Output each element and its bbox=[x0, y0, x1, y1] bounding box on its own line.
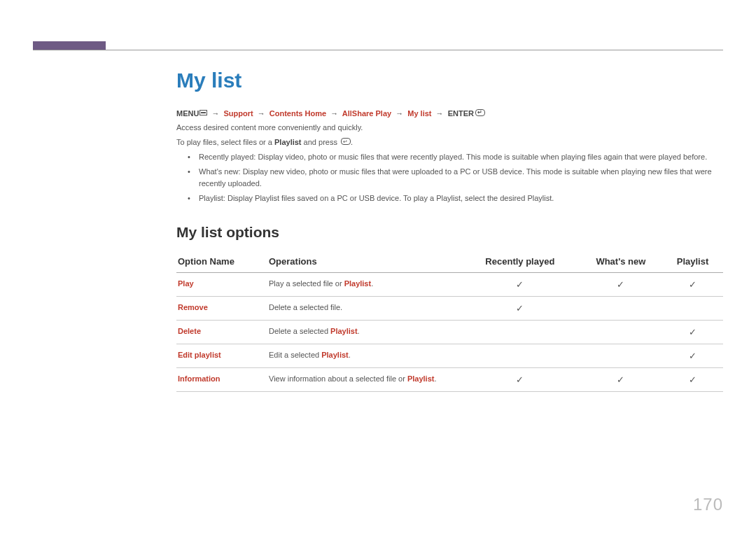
intro-line-2: To play files, select files or a Playlis… bbox=[176, 136, 723, 148]
col-playlist: Playlist bbox=[665, 251, 723, 273]
breadcrumb-menu-label: MENU bbox=[176, 109, 199, 118]
cell-recently-played bbox=[463, 321, 580, 344]
col-option-name: Option Name bbox=[176, 251, 267, 273]
list-item: Playlist: Display Playlist files saved o… bbox=[188, 192, 723, 204]
breadcrumb-item: AllShare Play bbox=[342, 109, 391, 118]
options-table: Option Name Operations Recently played W… bbox=[176, 251, 723, 392]
cell-playlist: ✓ bbox=[665, 273, 723, 297]
cell-option-name: Remove bbox=[176, 297, 267, 321]
cell-recently-played: ✓ bbox=[463, 368, 580, 392]
page-number: 170 bbox=[693, 495, 723, 514]
table-row: RemoveDelete a selected file.✓ bbox=[176, 297, 723, 321]
cell-operations: View information about a selected file o… bbox=[267, 368, 463, 392]
cell-playlist bbox=[665, 297, 723, 321]
breadcrumb-item: Contents Home bbox=[270, 109, 326, 118]
top-rule bbox=[33, 50, 723, 50]
breadcrumb-item: Support bbox=[224, 109, 253, 118]
cell-operations: Delete a selected file. bbox=[267, 297, 463, 321]
table-row: InformationView information about a sele… bbox=[176, 368, 723, 392]
cell-whats-new: ✓ bbox=[580, 368, 665, 392]
enter-icon bbox=[341, 138, 351, 145]
breadcrumb-item: My list bbox=[407, 109, 431, 118]
cell-whats-new: ✓ bbox=[580, 273, 665, 297]
cell-recently-played: ✓ bbox=[463, 297, 580, 321]
cell-playlist: ✓ bbox=[665, 368, 723, 392]
table-row: PlayPlay a selected file or Playlist.✓✓✓ bbox=[176, 273, 723, 297]
cell-playlist: ✓ bbox=[665, 344, 723, 368]
intro-line-1: Access desired content more conveniently… bbox=[176, 122, 723, 134]
list-item: Recently played: Display video, photo or… bbox=[188, 151, 723, 163]
page-title: My list bbox=[176, 69, 723, 92]
cell-option-name: Information bbox=[176, 368, 267, 392]
cell-recently-played bbox=[463, 344, 580, 368]
cell-whats-new bbox=[580, 321, 665, 344]
section-heading: My list options bbox=[176, 224, 723, 241]
page-content: My list MENU → Support → Contents Home →… bbox=[176, 69, 723, 392]
cell-option-name: Edit playlist bbox=[176, 344, 267, 368]
enter-icon bbox=[475, 109, 485, 116]
menu-icon bbox=[200, 110, 207, 115]
cell-whats-new bbox=[580, 297, 665, 321]
col-operations: Operations bbox=[267, 251, 463, 273]
cell-option-name: Delete bbox=[176, 321, 267, 344]
col-recently-played: Recently played bbox=[463, 251, 580, 273]
cell-recently-played: ✓ bbox=[463, 273, 580, 297]
list-item: What's new: Display new video, photo or … bbox=[188, 166, 723, 190]
breadcrumb: MENU → Support → Contents Home → AllShar… bbox=[176, 109, 723, 118]
cell-option-name: Play bbox=[176, 273, 267, 297]
feature-list: Recently played: Display video, photo or… bbox=[188, 151, 723, 204]
chapter-tab bbox=[33, 41, 106, 50]
col-whats-new: What's new bbox=[580, 251, 665, 273]
cell-operations: Delete a selected Playlist. bbox=[267, 321, 463, 344]
cell-playlist: ✓ bbox=[665, 321, 723, 344]
breadcrumb-enter-label: ENTER bbox=[448, 109, 474, 118]
table-row: Edit playlistEdit a selected Playlist.✓ bbox=[176, 344, 723, 368]
table-row: DeleteDelete a selected Playlist.✓ bbox=[176, 321, 723, 344]
cell-operations: Edit a selected Playlist. bbox=[267, 344, 463, 368]
cell-whats-new bbox=[580, 344, 665, 368]
cell-operations: Play a selected file or Playlist. bbox=[267, 273, 463, 297]
